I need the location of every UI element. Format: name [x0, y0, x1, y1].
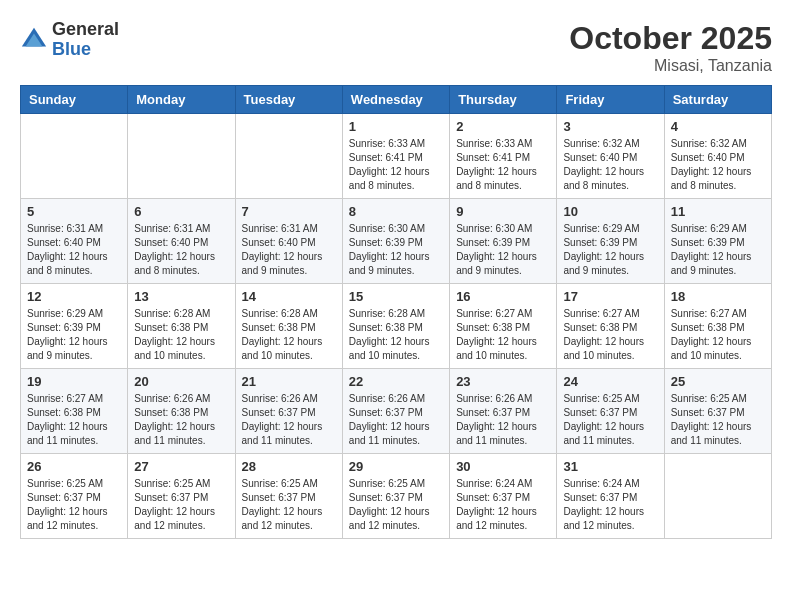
day-info: Sunrise: 6:30 AM Sunset: 6:39 PM Dayligh… — [456, 222, 550, 278]
day-info: Sunrise: 6:30 AM Sunset: 6:39 PM Dayligh… — [349, 222, 443, 278]
day-number: 23 — [456, 374, 550, 389]
weekday-header-friday: Friday — [557, 86, 664, 114]
day-number: 26 — [27, 459, 121, 474]
day-info: Sunrise: 6:33 AM Sunset: 6:41 PM Dayligh… — [456, 137, 550, 193]
day-number: 7 — [242, 204, 336, 219]
calendar-cell: 29Sunrise: 6:25 AM Sunset: 6:37 PM Dayli… — [342, 454, 449, 539]
day-number: 24 — [563, 374, 657, 389]
day-number: 15 — [349, 289, 443, 304]
calendar-cell: 8Sunrise: 6:30 AM Sunset: 6:39 PM Daylig… — [342, 199, 449, 284]
day-number: 29 — [349, 459, 443, 474]
day-number: 4 — [671, 119, 765, 134]
day-number: 14 — [242, 289, 336, 304]
day-info: Sunrise: 6:32 AM Sunset: 6:40 PM Dayligh… — [671, 137, 765, 193]
day-number: 13 — [134, 289, 228, 304]
day-info: Sunrise: 6:28 AM Sunset: 6:38 PM Dayligh… — [134, 307, 228, 363]
location-title: Misasi, Tanzania — [569, 57, 772, 75]
calendar-cell: 4Sunrise: 6:32 AM Sunset: 6:40 PM Daylig… — [664, 114, 771, 199]
calendar-cell: 17Sunrise: 6:27 AM Sunset: 6:38 PM Dayli… — [557, 284, 664, 369]
weekday-header-wednesday: Wednesday — [342, 86, 449, 114]
calendar-cell: 22Sunrise: 6:26 AM Sunset: 6:37 PM Dayli… — [342, 369, 449, 454]
day-info: Sunrise: 6:29 AM Sunset: 6:39 PM Dayligh… — [671, 222, 765, 278]
day-info: Sunrise: 6:25 AM Sunset: 6:37 PM Dayligh… — [27, 477, 121, 533]
calendar-cell: 18Sunrise: 6:27 AM Sunset: 6:38 PM Dayli… — [664, 284, 771, 369]
day-info: Sunrise: 6:31 AM Sunset: 6:40 PM Dayligh… — [134, 222, 228, 278]
day-info: Sunrise: 6:24 AM Sunset: 6:37 PM Dayligh… — [563, 477, 657, 533]
calendar-cell: 15Sunrise: 6:28 AM Sunset: 6:38 PM Dayli… — [342, 284, 449, 369]
calendar-cell: 21Sunrise: 6:26 AM Sunset: 6:37 PM Dayli… — [235, 369, 342, 454]
day-info: Sunrise: 6:25 AM Sunset: 6:37 PM Dayligh… — [242, 477, 336, 533]
calendar-cell: 7Sunrise: 6:31 AM Sunset: 6:40 PM Daylig… — [235, 199, 342, 284]
calendar-cell: 23Sunrise: 6:26 AM Sunset: 6:37 PM Dayli… — [450, 369, 557, 454]
weekday-header-thursday: Thursday — [450, 86, 557, 114]
day-number: 25 — [671, 374, 765, 389]
day-number: 9 — [456, 204, 550, 219]
logo-blue: Blue — [52, 39, 91, 59]
day-number: 28 — [242, 459, 336, 474]
day-number: 10 — [563, 204, 657, 219]
calendar-cell: 24Sunrise: 6:25 AM Sunset: 6:37 PM Dayli… — [557, 369, 664, 454]
day-info: Sunrise: 6:31 AM Sunset: 6:40 PM Dayligh… — [27, 222, 121, 278]
day-number: 8 — [349, 204, 443, 219]
day-info: Sunrise: 6:31 AM Sunset: 6:40 PM Dayligh… — [242, 222, 336, 278]
day-number: 12 — [27, 289, 121, 304]
calendar-cell: 9Sunrise: 6:30 AM Sunset: 6:39 PM Daylig… — [450, 199, 557, 284]
calendar-cell: 25Sunrise: 6:25 AM Sunset: 6:37 PM Dayli… — [664, 369, 771, 454]
logo: General Blue — [20, 20, 119, 60]
day-number: 31 — [563, 459, 657, 474]
day-number: 22 — [349, 374, 443, 389]
calendar-week-row: 5Sunrise: 6:31 AM Sunset: 6:40 PM Daylig… — [21, 199, 772, 284]
day-number: 1 — [349, 119, 443, 134]
day-info: Sunrise: 6:24 AM Sunset: 6:37 PM Dayligh… — [456, 477, 550, 533]
day-number: 16 — [456, 289, 550, 304]
day-info: Sunrise: 6:26 AM Sunset: 6:38 PM Dayligh… — [134, 392, 228, 448]
day-number: 3 — [563, 119, 657, 134]
day-info: Sunrise: 6:27 AM Sunset: 6:38 PM Dayligh… — [27, 392, 121, 448]
day-number: 19 — [27, 374, 121, 389]
calendar-cell — [128, 114, 235, 199]
day-info: Sunrise: 6:29 AM Sunset: 6:39 PM Dayligh… — [563, 222, 657, 278]
title-block: October 2025 Misasi, Tanzania — [569, 20, 772, 75]
calendar-cell: 13Sunrise: 6:28 AM Sunset: 6:38 PM Dayli… — [128, 284, 235, 369]
day-info: Sunrise: 6:28 AM Sunset: 6:38 PM Dayligh… — [242, 307, 336, 363]
day-info: Sunrise: 6:25 AM Sunset: 6:37 PM Dayligh… — [563, 392, 657, 448]
day-number: 20 — [134, 374, 228, 389]
day-number: 6 — [134, 204, 228, 219]
logo-general: General — [52, 19, 119, 39]
day-number: 5 — [27, 204, 121, 219]
calendar-cell: 1Sunrise: 6:33 AM Sunset: 6:41 PM Daylig… — [342, 114, 449, 199]
day-number: 27 — [134, 459, 228, 474]
day-number: 2 — [456, 119, 550, 134]
calendar-cell: 19Sunrise: 6:27 AM Sunset: 6:38 PM Dayli… — [21, 369, 128, 454]
weekday-header-monday: Monday — [128, 86, 235, 114]
calendar-cell: 14Sunrise: 6:28 AM Sunset: 6:38 PM Dayli… — [235, 284, 342, 369]
day-info: Sunrise: 6:27 AM Sunset: 6:38 PM Dayligh… — [563, 307, 657, 363]
day-number: 21 — [242, 374, 336, 389]
page-header: General Blue October 2025 Misasi, Tanzan… — [20, 20, 772, 75]
calendar-week-row: 12Sunrise: 6:29 AM Sunset: 6:39 PM Dayli… — [21, 284, 772, 369]
calendar-cell — [664, 454, 771, 539]
day-info: Sunrise: 6:26 AM Sunset: 6:37 PM Dayligh… — [349, 392, 443, 448]
weekday-header-saturday: Saturday — [664, 86, 771, 114]
calendar-cell: 28Sunrise: 6:25 AM Sunset: 6:37 PM Dayli… — [235, 454, 342, 539]
day-info: Sunrise: 6:29 AM Sunset: 6:39 PM Dayligh… — [27, 307, 121, 363]
calendar-cell: 27Sunrise: 6:25 AM Sunset: 6:37 PM Dayli… — [128, 454, 235, 539]
day-info: Sunrise: 6:28 AM Sunset: 6:38 PM Dayligh… — [349, 307, 443, 363]
calendar-cell: 20Sunrise: 6:26 AM Sunset: 6:38 PM Dayli… — [128, 369, 235, 454]
day-number: 11 — [671, 204, 765, 219]
calendar-cell: 5Sunrise: 6:31 AM Sunset: 6:40 PM Daylig… — [21, 199, 128, 284]
calendar-table: SundayMondayTuesdayWednesdayThursdayFrid… — [20, 85, 772, 539]
calendar-cell: 6Sunrise: 6:31 AM Sunset: 6:40 PM Daylig… — [128, 199, 235, 284]
calendar-cell: 16Sunrise: 6:27 AM Sunset: 6:38 PM Dayli… — [450, 284, 557, 369]
day-number: 30 — [456, 459, 550, 474]
weekday-header-sunday: Sunday — [21, 86, 128, 114]
calendar-cell: 31Sunrise: 6:24 AM Sunset: 6:37 PM Dayli… — [557, 454, 664, 539]
weekday-header-tuesday: Tuesday — [235, 86, 342, 114]
day-info: Sunrise: 6:25 AM Sunset: 6:37 PM Dayligh… — [349, 477, 443, 533]
day-info: Sunrise: 6:27 AM Sunset: 6:38 PM Dayligh… — [456, 307, 550, 363]
calendar-cell: 11Sunrise: 6:29 AM Sunset: 6:39 PM Dayli… — [664, 199, 771, 284]
day-number: 17 — [563, 289, 657, 304]
day-info: Sunrise: 6:26 AM Sunset: 6:37 PM Dayligh… — [242, 392, 336, 448]
calendar-week-row: 26Sunrise: 6:25 AM Sunset: 6:37 PM Dayli… — [21, 454, 772, 539]
day-info: Sunrise: 6:27 AM Sunset: 6:38 PM Dayligh… — [671, 307, 765, 363]
